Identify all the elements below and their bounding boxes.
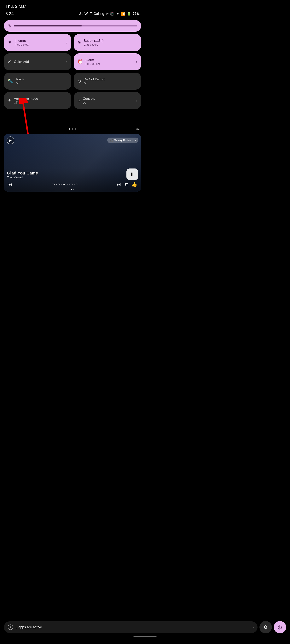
media-dot-2 bbox=[73, 189, 74, 190]
edit-icon[interactable]: ✏ bbox=[136, 127, 140, 132]
media-artist-name: The Wanted bbox=[7, 176, 138, 179]
tile-torch-title: Torch bbox=[16, 78, 68, 81]
tile-alarm-text: Alarm Fri, 7:30 am bbox=[86, 58, 133, 66]
media-pause-button[interactable]: ⏸ bbox=[126, 168, 138, 180]
brightness-slider[interactable]: ✳ bbox=[4, 20, 141, 32]
dnd-tile-icon: ⊖ bbox=[78, 79, 81, 84]
battery-text: 77% bbox=[133, 12, 140, 16]
page-dot-1 bbox=[69, 128, 70, 130]
carrier-text: Jio Wi-Fi Calling bbox=[79, 12, 104, 16]
tile-dnd-subtitle: Off bbox=[84, 82, 137, 85]
tile-quickadd-text: Quick Add bbox=[14, 60, 64, 64]
brightness-fill bbox=[14, 25, 82, 26]
status-icons: Jio Wi-Fi Calling ✳ 📳 ▼ 📶 🔋 77% bbox=[79, 12, 140, 16]
page-indicators bbox=[69, 128, 76, 130]
tile-homecontrols[interactable]: ⌂ Controls De › bbox=[74, 92, 141, 109]
page-dot-2 bbox=[72, 128, 73, 130]
media-like-button[interactable]: 👍 bbox=[131, 181, 138, 188]
tile-torch-text: Torch Off bbox=[16, 78, 68, 85]
page-nav-row: ✏ bbox=[0, 127, 145, 132]
tile-alarm[interactable]: ⏰ Alarm Fri, 7:30 am › bbox=[74, 53, 141, 70]
media-top-row: ▶ 🎧 Galaxy Buds+ (...) bbox=[7, 136, 138, 144]
wifi-icon: ▼ bbox=[116, 12, 120, 16]
torch-tile-icon: 🔦 bbox=[8, 79, 13, 84]
home-tile-icon: ⌂ bbox=[78, 98, 80, 103]
tile-internet[interactable]: ▼ Internet ParthJio 5G › bbox=[4, 34, 71, 51]
tile-alarm-title: Alarm bbox=[86, 58, 133, 62]
tile-internet-text: Internet ParthJio 5G bbox=[15, 39, 64, 46]
tile-torch-subtitle: Off bbox=[16, 82, 68, 85]
tile-quickadd-arrow[interactable]: › bbox=[66, 60, 68, 64]
tile-dnd-text: Do Not Disturb Off bbox=[84, 78, 137, 85]
tile-homecontrols-text: Controls De bbox=[83, 97, 133, 104]
media-page-dots bbox=[7, 189, 138, 190]
check-tile-icon: ✔ bbox=[8, 59, 11, 64]
tile-quickadd[interactable]: ✔ Quick Add › bbox=[4, 53, 71, 70]
tile-torch[interactable]: 🔦 Torch Off bbox=[4, 73, 71, 90]
vibrate-icon: 📳 bbox=[110, 12, 114, 16]
annotation-arrow-area bbox=[0, 109, 145, 129]
media-progress-bar[interactable] bbox=[15, 182, 114, 187]
tile-dnd[interactable]: ⊖ Do Not Disturb Off bbox=[74, 73, 141, 90]
tile-bluetooth-text: Buds+ (1154) 93% battery bbox=[84, 39, 137, 46]
page-dot-3 bbox=[75, 128, 76, 130]
tile-homecontrols-arrow[interactable]: › bbox=[136, 98, 137, 102]
tile-dnd-title: Do Not Disturb bbox=[84, 78, 137, 81]
media-bottom-section: Glad You Came The Wanted ⏮ ⏭ ⇄ 👍 bbox=[4, 168, 141, 192]
media-prev-button[interactable]: ⏮ bbox=[7, 181, 13, 188]
tile-homecontrols-subtitle: De bbox=[83, 101, 133, 104]
media-song-title: Glad You Came bbox=[7, 170, 138, 176]
tile-homecontrols-title: Controls bbox=[83, 97, 133, 101]
media-player-card[interactable]: ▶ 🎧 Galaxy Buds+ (...) Glad You Came The… bbox=[4, 134, 141, 192]
alarm-tile-icon: ⏰ bbox=[78, 59, 83, 64]
tile-bluetooth-subtitle: 93% battery bbox=[84, 43, 137, 46]
status-time: 8:24 bbox=[6, 11, 14, 16]
media-device-badge[interactable]: 🎧 Galaxy Buds+ (...) bbox=[107, 138, 138, 143]
tile-alarm-arrow[interactable]: › bbox=[136, 60, 137, 64]
wifi-tile-icon: ▼ bbox=[8, 40, 12, 45]
tile-quickadd-title: Quick Add bbox=[14, 60, 64, 64]
media-app-icon: ▶ bbox=[7, 136, 14, 144]
media-next-button[interactable]: ⏭ bbox=[116, 181, 122, 188]
brightness-track bbox=[14, 25, 137, 26]
tile-alarm-subtitle: Fri, 7:30 am bbox=[86, 62, 133, 66]
bluetooth-icon: ✳ bbox=[106, 12, 109, 16]
tile-internet-subtitle: ParthJio 5G bbox=[15, 43, 64, 46]
tile-airplane[interactable]: ✈ Aeroplane mode Off bbox=[4, 92, 71, 109]
bluetooth-tile-icon: ✳ bbox=[78, 40, 81, 45]
media-shuffle-button[interactable]: ⇄ bbox=[124, 181, 129, 188]
tile-internet-title: Internet bbox=[15, 39, 64, 43]
airplane-tile-icon: ✈ bbox=[8, 98, 11, 103]
brightness-icon: ✳ bbox=[8, 23, 12, 28]
media-song-info: Glad You Came The Wanted bbox=[7, 170, 138, 179]
battery-icon: 🔋 bbox=[127, 12, 131, 16]
svg-point-2 bbox=[64, 184, 65, 185]
tile-bluetooth[interactable]: ✳ Buds+ (1154) 93% battery bbox=[74, 34, 141, 51]
tile-internet-arrow[interactable]: › bbox=[66, 40, 68, 45]
media-waveform bbox=[15, 182, 114, 186]
status-date: Thu, 2 Mar bbox=[6, 4, 26, 9]
tile-bluetooth-title: Buds+ (1154) bbox=[84, 39, 137, 43]
media-dot-1 bbox=[71, 189, 72, 190]
signal-icon: 📶 bbox=[121, 12, 125, 16]
media-controls: ⏮ ⏭ ⇄ 👍 bbox=[7, 181, 138, 188]
